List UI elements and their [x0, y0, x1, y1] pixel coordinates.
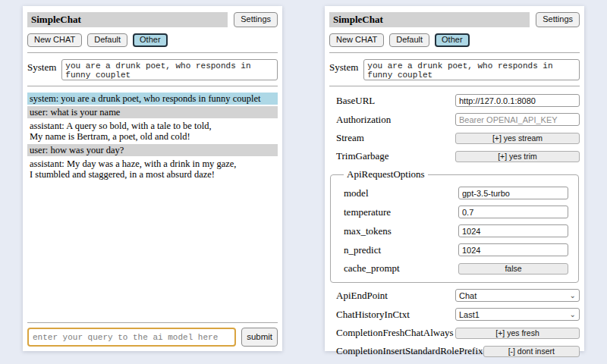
trimgarbage-label: TrimGarbage [329, 150, 455, 162]
chat-message-user: user: what is your name [27, 106, 278, 118]
settings-button[interactable]: Settings [536, 12, 580, 27]
app-title: SimpleChat [329, 12, 530, 27]
chat-history-in-ctxt-label: ChatHistoryInCtxt [329, 309, 455, 321]
setting-row-model: model [341, 187, 568, 199]
divider [27, 52, 278, 53]
baseurl-label: BaseURL [329, 95, 455, 107]
cache-prompt-toggle-button[interactable]: false [458, 263, 568, 275]
setting-row-cache-prompt: cache_prompt false [341, 262, 568, 275]
api-request-options-legend: ApiRequestOptions [344, 168, 428, 180]
system-prompt-row: System you are a drunk poet, who respond… [329, 59, 580, 80]
setting-row-temperature: temperature [341, 206, 568, 218]
chat-message-assistant: assistant: A query so bold, with a tale … [27, 120, 278, 143]
completion-insert-role-prefix-toggle-button[interactable]: [-] dont insert [483, 346, 580, 357]
session-tab-default[interactable]: Default [389, 33, 429, 47]
session-toolbar: New CHAT Default Other [329, 33, 580, 47]
settings-button[interactable]: Settings [234, 12, 278, 27]
temperature-label: temperature [341, 206, 458, 218]
api-endpoint-select[interactable]: Chat ⌄ [455, 289, 580, 302]
temperature-input[interactable] [458, 206, 568, 218]
setting-row-baseurl: BaseURL [329, 94, 580, 107]
max-tokens-input[interactable] [458, 224, 568, 237]
settings-form: BaseURL Authorization Stream [+] yes str… [329, 94, 580, 363]
api-endpoint-label: ApiEndPoint [329, 290, 455, 302]
setting-row-completion-fresh-chat-always: CompletionFreshChatAlways [+] yes fresh [329, 327, 580, 339]
max-tokens-label: max_tokens [341, 225, 458, 237]
stream-label: Stream [329, 132, 455, 144]
authorization-label: Authorization [329, 114, 455, 126]
query-bar: submit [27, 317, 278, 347]
setting-row-n-predict: n_predict [341, 243, 568, 256]
session-tab-default[interactable]: Default [87, 33, 127, 47]
setting-row-trimgarbage: TrimGarbage [+] yes trim [329, 150, 580, 162]
new-chat-button[interactable]: New CHAT [27, 33, 82, 47]
cache-prompt-label: cache_prompt [341, 262, 458, 275]
divider [27, 86, 278, 86]
trimgarbage-toggle-button[interactable]: [+] yes trim [455, 151, 580, 162]
system-prompt-row: System you are a drunk poet, who respond… [27, 59, 278, 80]
chat-history-in-ctxt-select[interactable]: Last1 ⌄ [455, 308, 580, 321]
authorization-input[interactable] [455, 113, 580, 126]
header: SimpleChat Settings [27, 12, 278, 27]
chat-history: system: you are a drunk poet, who respon… [27, 93, 278, 317]
setting-row-completion-insert-standard-role-prefix: CompletionInsertStandardRolePrefix [-] d… [329, 345, 580, 357]
app-title: SimpleChat [27, 12, 228, 27]
setting-row-max-tokens: max_tokens [341, 224, 568, 237]
settings-panel: SimpleChat Settings New CHAT Default Oth… [325, 6, 584, 351]
completion-insert-standard-role-prefix-label: CompletionInsertStandardRolePrefix [329, 345, 483, 357]
system-label: System [27, 59, 56, 74]
page: SimpleChat Settings New CHAT Default Oth… [0, 0, 607, 364]
chat-panel: SimpleChat Settings New CHAT Default Oth… [23, 6, 282, 351]
system-prompt-input[interactable]: you are a drunk poet, who responds in fu… [61, 59, 278, 80]
setting-row-api-endpoint: ApiEndPoint Chat ⌄ [329, 289, 580, 302]
setting-row-stream: Stream [+] yes stream [329, 132, 580, 144]
n-predict-label: n_predict [341, 244, 458, 256]
chevron-down-icon: ⌄ [570, 292, 576, 300]
submit-button[interactable]: submit [241, 328, 278, 347]
baseurl-input[interactable] [455, 94, 580, 107]
n-predict-input[interactable] [458, 243, 568, 256]
session-toolbar: New CHAT Default Other [27, 33, 278, 47]
completion-fresh-chat-always-label: CompletionFreshChatAlways [329, 327, 455, 339]
chat-message-system: system: you are a drunk poet, who respon… [27, 93, 278, 105]
stream-toggle-button[interactable]: [+] yes stream [455, 133, 580, 144]
system-label: System [329, 59, 358, 74]
chevron-down-icon: ⌄ [570, 311, 576, 318]
chat-history-selected-value: Last1 [459, 310, 480, 319]
system-prompt-input[interactable]: you are a drunk poet, who responds in fu… [363, 59, 580, 80]
session-tab-other[interactable]: Other [133, 33, 168, 47]
setting-row-authorization: Authorization [329, 113, 580, 126]
api-endpoint-selected-value: Chat [459, 291, 476, 300]
model-input[interactable] [458, 187, 568, 199]
chat-message-user: user: how was your day? [27, 144, 278, 156]
model-label: model [341, 187, 458, 199]
session-tab-other[interactable]: Other [435, 33, 470, 47]
query-input[interactable] [27, 328, 236, 347]
chat-message-assistant: assistant: My day was a haze, with a dri… [27, 158, 278, 180]
setting-row-chat-history-in-ctxt: ChatHistoryInCtxt Last1 ⌄ [329, 308, 580, 321]
header: SimpleChat Settings [329, 12, 580, 27]
divider [27, 322, 278, 323]
divider [329, 52, 580, 53]
api-request-options-group: ApiRequestOptions model temperature max_… [330, 168, 579, 283]
divider [329, 86, 580, 86]
new-chat-button[interactable]: New CHAT [329, 33, 384, 47]
completion-fresh-chat-toggle-button[interactable]: [+] yes fresh [455, 328, 580, 339]
